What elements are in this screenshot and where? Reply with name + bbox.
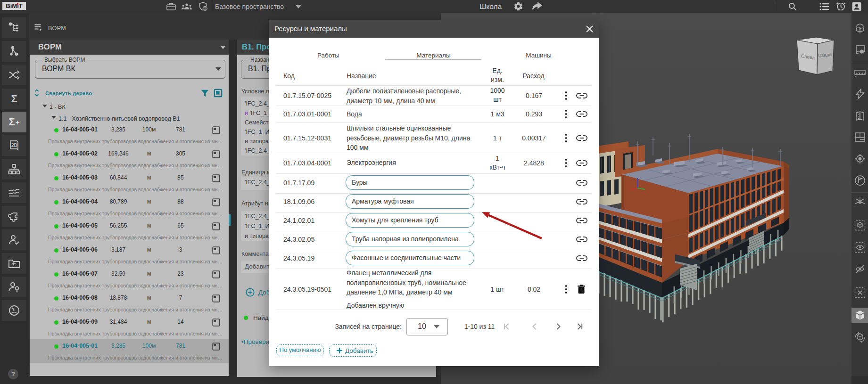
svg-text:2D: 2D — [11, 143, 17, 148]
